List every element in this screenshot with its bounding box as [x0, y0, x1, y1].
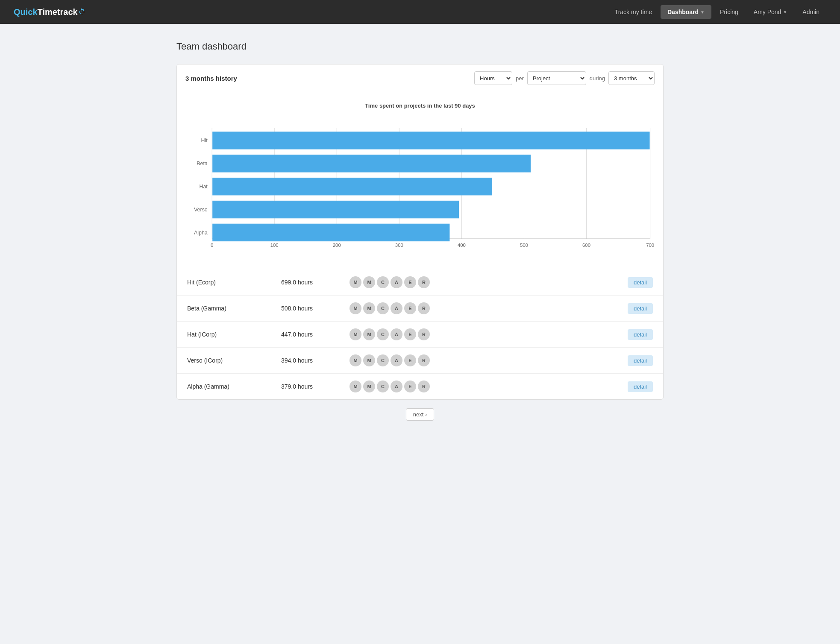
page-title: Team dashboard — [176, 41, 664, 52]
project-name: Hat (ICorp) — [187, 331, 281, 338]
y-label-alpha: Alpha — [194, 230, 208, 236]
bar-hit — [212, 132, 649, 149]
nav-pricing[interactable]: Pricing — [713, 5, 745, 19]
avatar: R — [418, 354, 430, 366]
avatar: M — [363, 328, 375, 340]
nav-admin[interactable]: Admin — [796, 5, 826, 19]
avatar: A — [391, 302, 402, 314]
main-content: Team dashboard 3 months history Hours Da… — [168, 24, 672, 446]
avatar: M — [350, 354, 361, 366]
avatar: C — [377, 276, 389, 288]
nav-dashboard[interactable]: Dashboard ▼ — [661, 5, 711, 19]
project-name: Hit (Ecorp) — [187, 279, 281, 286]
brand-timetrack: Timetrack — [38, 7, 78, 17]
bar-verso — [212, 201, 459, 218]
project-avatars: MMCAER — [350, 381, 628, 392]
nav-track-my-time[interactable]: Track my time — [608, 5, 659, 19]
project-hours: 447.0 hours — [281, 331, 350, 338]
table-row: Alpha (Gamma)379.0 hoursMMCAERdetail — [177, 374, 663, 399]
per-label: per — [516, 75, 524, 82]
nav-dashboard-label: Dashboard — [667, 9, 699, 15]
avatar: R — [418, 328, 430, 340]
avatar: E — [404, 354, 416, 366]
avatar: A — [391, 354, 402, 366]
during-label: during — [590, 75, 605, 82]
nav-links: Track my time Dashboard ▼ Pricing Amy Po… — [608, 5, 826, 19]
project-hours: 699.0 hours — [281, 279, 350, 286]
chevron-down-icon-amy: ▼ — [783, 10, 787, 15]
svg-text:100: 100 — [270, 243, 279, 248]
card-header-title: 3 months history — [185, 75, 469, 82]
avatar: A — [391, 328, 402, 340]
svg-text:700: 700 — [646, 243, 654, 248]
avatar: R — [418, 276, 430, 288]
project-hours: 394.0 hours — [281, 357, 350, 364]
avatar: M — [363, 354, 375, 366]
y-label-verso: Verso — [194, 207, 208, 213]
svg-text:200: 200 — [333, 243, 341, 248]
chart-svg: Hit Beta Hat Verso Alpha 0 100 200 300 4… — [185, 117, 655, 263]
avatar: R — [418, 381, 430, 392]
avatar: A — [391, 276, 402, 288]
avatar: M — [350, 328, 361, 340]
project-name: Verso (ICorp) — [187, 357, 281, 364]
brand-quick: Quick — [14, 7, 38, 17]
project-hours: 508.0 hours — [281, 305, 350, 312]
detail-button[interactable]: detail — [628, 381, 653, 392]
y-label-beta: Beta — [197, 161, 208, 167]
avatar: E — [404, 381, 416, 392]
avatar: E — [404, 276, 416, 288]
detail-button[interactable]: detail — [628, 277, 653, 288]
bar-hat — [212, 178, 492, 195]
metric-select[interactable]: Hours Days — [474, 71, 512, 85]
avatar: M — [363, 302, 375, 314]
svg-text:400: 400 — [458, 243, 466, 248]
chevron-down-icon: ▼ — [700, 10, 705, 15]
project-avatars: MMCAER — [350, 354, 628, 366]
table-row: Beta (Gamma)508.0 hoursMMCAERdetail — [177, 296, 663, 322]
avatar: A — [391, 381, 402, 392]
project-avatars: MMCAER — [350, 276, 628, 288]
nav-amy-pond[interactable]: Amy Pond ▼ — [747, 5, 794, 19]
project-list: Hit (Ecorp)699.0 hoursMMCAERdetailBeta (… — [177, 269, 663, 399]
brand-icon: ⏱ — [79, 8, 85, 16]
avatar: C — [377, 302, 389, 314]
project-hours: 379.0 hours — [281, 383, 350, 390]
dashboard-card: 3 months history Hours Days per Project … — [176, 64, 664, 400]
detail-button[interactable]: detail — [628, 355, 653, 366]
period-select[interactable]: 3 months 1 month 6 months 1 year — [608, 71, 655, 85]
chart-title: Time spent on projects in the last 90 da… — [185, 102, 655, 109]
header-controls: Hours Days per Project Team member Tag d… — [474, 71, 655, 85]
avatar: C — [377, 354, 389, 366]
svg-text:600: 600 — [582, 243, 590, 248]
project-avatars: MMCAER — [350, 328, 628, 340]
detail-button[interactable]: detail — [628, 303, 653, 314]
group-select[interactable]: Project Team member Tag — [527, 71, 586, 85]
bar-alpha — [212, 224, 449, 241]
detail-button[interactable]: detail — [628, 329, 653, 340]
avatar: C — [377, 381, 389, 392]
table-row: Hat (ICorp)447.0 hoursMMCAERdetail — [177, 322, 663, 348]
project-name: Alpha (Gamma) — [187, 383, 281, 390]
svg-text:0: 0 — [211, 243, 213, 248]
navbar: Quick Timetrack ⏱ Track my time Dashboar… — [0, 0, 840, 24]
avatar: M — [350, 381, 361, 392]
brand: Quick Timetrack ⏱ — [14, 7, 85, 17]
project-avatars: MMCAER — [350, 302, 628, 314]
table-row: Verso (ICorp)394.0 hoursMMCAERdetail — [177, 348, 663, 374]
avatar: M — [350, 276, 361, 288]
avatar: M — [363, 381, 375, 392]
avatar: M — [363, 276, 375, 288]
project-name: Beta (Gamma) — [187, 305, 281, 312]
avatar: E — [404, 302, 416, 314]
table-row: Hit (Ecorp)699.0 hoursMMCAERdetail — [177, 269, 663, 296]
bar-beta — [212, 155, 531, 172]
y-label-hit: Hit — [201, 138, 208, 143]
chart-container: Hit Beta Hat Verso Alpha 0 100 200 300 4… — [185, 117, 655, 263]
next-button[interactable]: next › — [406, 408, 435, 421]
avatar: E — [404, 328, 416, 340]
avatar: R — [418, 302, 430, 314]
nav-amy-pond-label: Amy Pond — [754, 9, 781, 15]
svg-text:300: 300 — [395, 243, 403, 248]
y-label-hat: Hat — [199, 184, 208, 190]
